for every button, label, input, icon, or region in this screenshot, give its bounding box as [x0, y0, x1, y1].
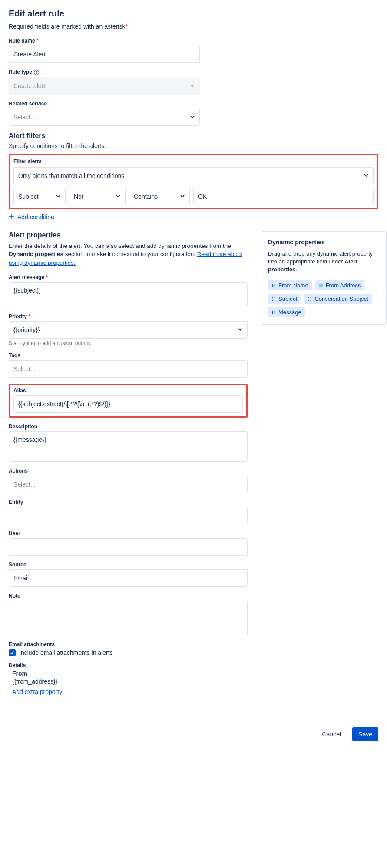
rule-type-select: Create alert: [9, 77, 200, 95]
condition-field-select[interactable]: Subject: [13, 188, 66, 205]
tags-input[interactable]: Select...: [9, 360, 248, 378]
entity-input[interactable]: [9, 507, 248, 524]
dynamic-property-chip[interactable]: From Name: [268, 280, 312, 290]
description-label: Description: [9, 424, 248, 430]
entity-label: Entity: [9, 499, 248, 505]
details-label: Details: [9, 662, 248, 668]
svg-point-17: [272, 299, 273, 299]
svg-point-9: [319, 284, 320, 285]
svg-point-10: [321, 284, 322, 285]
chevron-down-icon: [116, 193, 121, 200]
dynamic-property-chip[interactable]: Conversation Subject: [304, 294, 372, 304]
chevron-down-icon: [364, 172, 369, 179]
attachments-checkbox[interactable]: [9, 649, 16, 656]
chevron-down-icon: [56, 193, 61, 200]
svg-point-28: [275, 311, 275, 312]
rule-name-input[interactable]: Create Alert: [9, 46, 200, 63]
svg-point-21: [308, 297, 309, 298]
dynamic-properties-panel: Dynamic properties Drag-and-drop any dyn…: [261, 231, 387, 325]
condition-value-input[interactable]: OK: [193, 188, 374, 205]
svg-point-14: [321, 286, 322, 287]
grip-icon: [271, 310, 276, 315]
source-input[interactable]: Email: [9, 569, 248, 587]
svg-point-25: [308, 300, 309, 301]
svg-point-23: [308, 299, 309, 299]
actions-label: Actions: [9, 468, 248, 474]
source-label: Source: [9, 562, 248, 568]
svg-point-7: [272, 286, 273, 287]
add-extra-property-button[interactable]: Add extra property: [12, 688, 248, 695]
priority-label: Priority *: [9, 313, 248, 319]
required-note: Required fields are marked with an aster…: [9, 23, 378, 30]
dynamic-property-chip[interactable]: From Address: [315, 280, 364, 290]
svg-point-32: [275, 313, 275, 314]
related-service-select[interactable]: Select...: [9, 108, 200, 126]
alert-properties-desc: Enter the details of the alert. You can …: [9, 242, 248, 267]
svg-point-5: [272, 285, 273, 286]
svg-point-26: [311, 300, 311, 301]
dynamic-property-chip[interactable]: Message: [268, 307, 305, 317]
details-value: {{from_address}}: [12, 678, 248, 685]
alert-message-input[interactable]: {{subject}}: [9, 282, 248, 307]
chevron-down-icon: [238, 326, 243, 333]
dynamic-properties-desc: Drag-and-drop any dynamic alert property…: [268, 250, 379, 274]
grip-icon: [319, 283, 323, 288]
alias-input[interactable]: {{subject.extract(/\[.*?\]\s+(.*?)$/)}}: [13, 395, 243, 413]
svg-point-15: [272, 297, 273, 298]
priority-select[interactable]: {{priority}}: [9, 321, 248, 339]
svg-point-22: [311, 297, 311, 298]
dynamic-properties-heading: Dynamic properties: [268, 239, 379, 246]
filter-highlight: Filter alerts Only alerts that match all…: [9, 154, 378, 209]
svg-point-30: [275, 312, 275, 313]
svg-point-27: [272, 311, 273, 312]
tags-label: Tags: [9, 352, 248, 358]
condition-negation-select[interactable]: Not: [69, 188, 126, 205]
alias-label: Alias: [13, 388, 243, 394]
rule-name-label: Rule name *: [9, 38, 200, 44]
note-input[interactable]: [9, 601, 248, 635]
attachments-checkbox-label: Include email attachments in alerts: [19, 649, 113, 656]
svg-point-11: [319, 285, 320, 286]
plus-icon: [9, 214, 15, 221]
svg-point-29: [272, 312, 273, 313]
info-icon: [33, 69, 40, 75]
page-title: Edit alert rule: [9, 9, 378, 19]
condition-operator-select[interactable]: Contains: [129, 188, 190, 205]
alert-filters-heading: Alert filters: [9, 132, 378, 140]
cancel-button[interactable]: Cancel: [316, 727, 347, 741]
actions-input[interactable]: Select...: [9, 476, 248, 493]
grip-icon: [308, 297, 312, 301]
svg-point-31: [272, 313, 273, 314]
dynamic-property-chip[interactable]: Subject: [268, 294, 301, 304]
description-input[interactable]: {{message}}: [9, 431, 248, 462]
svg-point-24: [311, 299, 311, 299]
user-label: User: [9, 530, 248, 536]
save-button[interactable]: Save: [352, 727, 378, 741]
priority-hint: Start typing to add a custom priority.: [9, 340, 248, 346]
svg-point-3: [272, 284, 273, 285]
svg-point-12: [321, 285, 322, 286]
svg-point-1: [36, 71, 37, 72]
alert-properties-heading: Alert properties: [9, 231, 248, 239]
filter-match-mode-select[interactable]: Only alerts that match all the condition…: [13, 167, 374, 184]
alert-filters-sub: Specify conditions to filter the alerts.: [9, 142, 378, 149]
grip-icon: [271, 297, 276, 301]
add-condition-button[interactable]: Add condition: [9, 214, 378, 221]
note-label: Note: [9, 593, 248, 599]
svg-point-13: [319, 286, 320, 287]
alias-highlight: Alias {{subject.extract(/\[.*?\]\s+(.*?)…: [9, 384, 248, 418]
related-service-label: Related service: [9, 101, 200, 107]
svg-point-19: [272, 300, 273, 301]
chevron-down-icon: [190, 114, 195, 121]
svg-point-6: [275, 285, 275, 286]
alert-message-label: Alert message *: [9, 274, 248, 280]
svg-rect-2: [36, 72, 37, 74]
attachments-label: Email attachments: [9, 641, 248, 648]
details-key: From: [12, 670, 248, 677]
chevron-down-icon: [180, 193, 185, 200]
grip-icon: [271, 283, 276, 288]
svg-point-18: [275, 299, 275, 299]
user-input[interactable]: [9, 538, 248, 556]
filter-alerts-label: Filter alerts: [13, 158, 374, 164]
svg-point-4: [275, 284, 275, 285]
